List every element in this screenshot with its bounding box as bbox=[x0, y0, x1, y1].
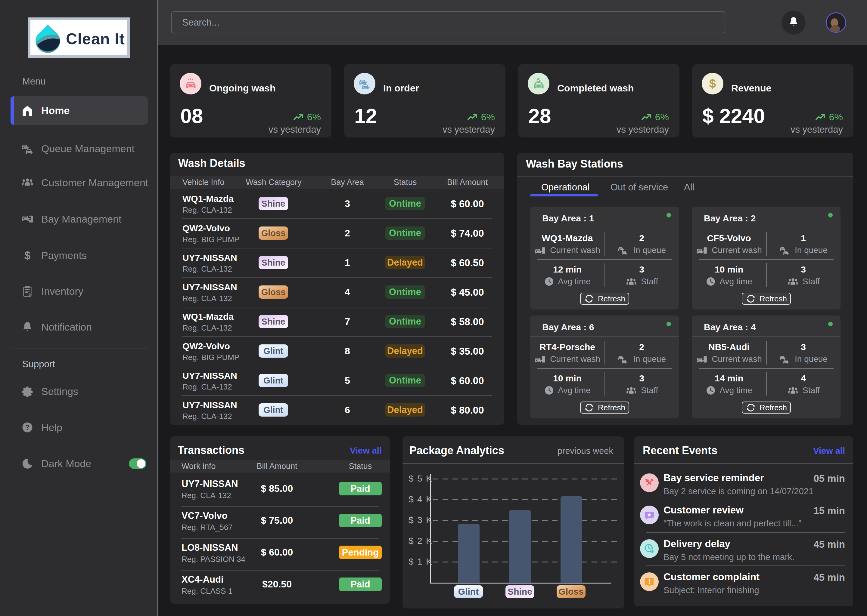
svg-text:$: $ bbox=[24, 249, 30, 262]
svg-text:Clean It: Clean It bbox=[66, 30, 125, 47]
svg-text:$: $ bbox=[709, 77, 716, 91]
svg-text:?: ? bbox=[25, 423, 30, 431]
